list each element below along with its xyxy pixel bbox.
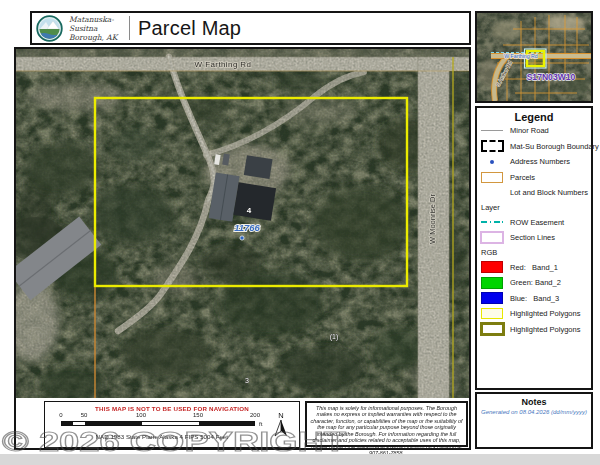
north-arrow-icon: N <box>273 410 289 438</box>
notes-title: Notes <box>477 397 591 407</box>
legend-item-blue-band: Blue: Band_3 <box>477 291 591 307</box>
org-name-line2: Borough, AK <box>69 33 125 42</box>
highlighted-polygons-symbol-icon <box>481 308 503 319</box>
scale-tick-50: 50 <box>81 412 88 418</box>
red-band-symbol-icon <box>481 261 503 273</box>
green-band-symbol-icon <box>481 277 503 289</box>
north-arrow-label: N <box>278 411 283 420</box>
legend-group-layer: Layer <box>477 201 591 215</box>
scale-panel: THIS MAP IS NOT TO BE USED FOR NAVIGATIO… <box>44 401 300 448</box>
disclaimer-panel: This map is solely for informational pur… <box>305 401 468 447</box>
legend-item-red-band: Red: Band_1 <box>477 260 591 276</box>
scale-tick-200: 200 <box>250 412 260 418</box>
org-name: Matanuska-Susitna Borough, AK <box>69 15 125 42</box>
overview-map-image: W Farthing Rd S Amber Rd S17N03W10 <box>477 13 591 101</box>
lot-number-1: (1) <box>330 333 339 341</box>
legend-group-rgb: RGB <box>477 246 591 260</box>
overview-map[interactable]: W Farthing Rd S Amber Rd S17N03W10 <box>475 11 593 103</box>
notes-generated-line: Generated on 08.04.2026 (dd/mm/yyyy) <box>477 409 591 415</box>
legend-item-green-band: Green: Band_2 <box>477 275 591 291</box>
address-point-icon <box>240 236 244 240</box>
legend-item-row-easement: ROW Easement <box>477 215 591 231</box>
scale-tick-150: 150 <box>193 412 203 418</box>
road-label-moonrise: W Moonrise Dr <box>428 193 437 244</box>
canvas-background <box>0 454 600 465</box>
legend-item-address-numbers: Address Numbers <box>477 154 591 170</box>
scale-tick-100: 100 <box>136 412 146 418</box>
legend-item-highlighted-polygons-2: Highlighted Polygons <box>477 322 591 338</box>
borough-boundary-symbol-icon <box>481 140 504 152</box>
legend-item-highlighted-polygons-1: Highlighted Polygons <box>477 306 591 322</box>
section-lines-symbol-icon <box>480 231 504 244</box>
aerial-imagery: W Farthing Rd W Moonrise Dr 4 (1) 3 1176… <box>16 49 469 398</box>
scale-unit: ft <box>259 421 262 427</box>
legend-item-borough-boundary: Mat-Su Borough Boundary <box>477 139 591 155</box>
projection-note: NAD 1983 State Plane Alaska 4 FIPS 5004 … <box>45 433 279 440</box>
navigation-warning: THIS MAP IS NOT TO BE USED FOR NAVIGATIO… <box>45 405 299 412</box>
borough-seal-logo <box>36 15 63 42</box>
notes-panel: Notes Generated on 08.04.2026 (dd/mm/yyy… <box>475 392 593 449</box>
page-title: Parcel Map <box>138 17 241 40</box>
scale-bar <box>61 421 255 426</box>
overview-section-label: S17N03W10 <box>527 72 576 82</box>
parcels-symbol-icon <box>481 172 503 183</box>
address-numbers-symbol-icon <box>490 160 494 164</box>
lot-number-3: 3 <box>245 377 249 384</box>
overview-road-label-top: W Farthing Rd <box>504 53 538 59</box>
minor-road-symbol-icon <box>481 130 503 131</box>
legend-item-parcels: Parcels <box>477 170 591 186</box>
legend-item-lot-block-numbers: Lot and Block Numbers <box>477 185 591 201</box>
disclaimer-text: This map is solely for informational pur… <box>307 403 466 459</box>
main-map[interactable]: W Farthing Rd W Moonrise Dr 4 (1) 3 1176… <box>14 47 471 450</box>
lot-number-4: 4 <box>247 206 252 215</box>
address-number-label: 11766 <box>234 222 260 233</box>
highlighted-polygons-outline-symbol-icon <box>480 322 505 336</box>
header: Matanuska-Susitna Borough, AK Parcel Map <box>30 11 471 45</box>
parcel-map-page: Matanuska-Susitna Borough, AK Parcel Map <box>0 0 600 465</box>
road-label-farthing: W Farthing Rd <box>195 60 252 69</box>
row-easement-symbol-icon <box>481 221 503 223</box>
legend-title: Legend <box>477 111 591 123</box>
blue-band-symbol-icon <box>481 292 503 304</box>
header-divider <box>129 16 130 40</box>
org-name-line1: Matanuska-Susitna <box>69 15 125 33</box>
legend-item-section-lines: Section Lines <box>477 230 591 246</box>
scale-tick-0: 0 <box>59 412 62 418</box>
legend-item-minor-road: Minor Road <box>477 123 591 139</box>
legend: Legend Minor Road Mat-Su Borough Boundar… <box>475 106 593 390</box>
